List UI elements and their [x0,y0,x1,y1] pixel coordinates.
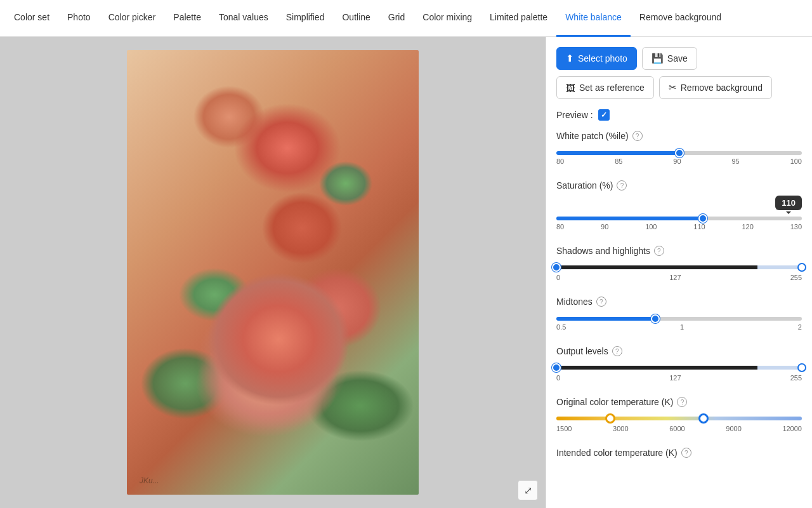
remove-background-button[interactable]: ✂ Remove background [659,76,772,99]
shadows-label: Shadows and highlights ? [556,246,802,256]
saturation-section: Saturation (%) ? 110 80 90 100 110 120 1… [556,180,802,233]
orig-temp-section: Original color temperature (K) ? 1500 30… [556,397,802,435]
preview-row: Preview : [556,109,802,121]
preview-checkbox[interactable] [598,109,610,121]
midtones-help-icon[interactable]: ? [596,297,606,307]
shadows-help-icon[interactable]: ? [654,246,664,256]
nav-item-limited-palette[interactable]: Limited palette [481,0,556,37]
nav-item-remove-background[interactable]: Remove background [631,0,730,37]
action-row-1: ⬆ Select photo 💾 Save [556,47,802,70]
nav-item-color-picker[interactable]: Color picker [100,0,165,37]
shadows-right-thumb[interactable] [797,263,806,272]
nav-bar: Color setPhotoColor pickerPaletteTonal v… [0,0,812,37]
saturation-labels: 80 90 100 110 120 130 [556,223,802,231]
main-area: ArtistAssistApp.com ⤢ ⬆ Select photo 💾 S… [0,37,812,508]
midtones-slider-container: 0.5 1 2 [556,312,802,331]
white-patch-slider[interactable] [556,151,802,155]
nav-item-outline[interactable]: Outline [333,0,379,37]
nav-item-white-balance[interactable]: White balance [556,0,631,37]
nav-item-tonal-values[interactable]: Tonal values [210,0,277,37]
canvas-area: ArtistAssistApp.com ⤢ [0,37,546,508]
image-icon: 🖼 [566,83,575,93]
shadows-slider-container: 0 127 255 [556,261,802,281]
intended-temp-label: Intended color temperature (K) ? [556,448,802,458]
saturation-tooltip: 110 [775,196,802,210]
saturation-label: Saturation (%) ? [556,180,802,190]
saturation-slider[interactable] [556,217,802,220]
nav-item-palette[interactable]: Palette [164,0,210,37]
orig-temp-label: Original color temperature (K) ? [556,397,802,407]
output-left-thumb[interactable] [552,363,561,372]
save-icon: 💾 [652,53,664,64]
midtones-slider[interactable] [556,317,802,321]
white-patch-help-icon[interactable]: ? [632,131,643,141]
nav-item-grid[interactable]: Grid [379,0,414,37]
orig-temp-track [556,417,802,420]
nav-item-color-mixing[interactable]: Color mixing [414,0,481,37]
nav-item-color-set[interactable]: Color set [5,0,58,37]
shadows-track [556,265,802,269]
shadows-section: Shadows and highlights ? 0 127 255 [556,246,802,284]
upload-icon: ⬆ [566,53,574,64]
white-patch-label: White patch (%ile) ? [556,131,802,141]
white-patch-slider-container: 80 85 90 95 100 [556,146,802,165]
shadows-labels: 0 127 255 [556,274,802,281]
save-button[interactable]: 💾 Save [642,47,697,70]
orig-temp-labels: 1500 3000 6000 9000 12000 [556,425,802,432]
nav-item-photo[interactable]: Photo [58,0,100,37]
midtones-section: Midtones ? 0.5 1 2 [556,297,802,333]
output-track [556,366,802,370]
orig-temp-slider-container: 1500 3000 6000 9000 12000 [556,412,802,432]
nav-item-simplified[interactable]: Simplified [277,0,334,37]
select-photo-button[interactable]: ⬆ Select photo [556,47,637,70]
intended-temp-help-icon[interactable]: ? [681,448,691,458]
intended-temp-section: Intended color temperature (K) ? [556,448,802,463]
output-levels-label: Output levels ? [556,346,802,356]
saturation-tooltip-wrapper: 110 [556,196,802,210]
action-row-2: 🖼 Set as reference ✂ Remove background [556,76,802,99]
set-as-reference-button[interactable]: 🖼 Set as reference [556,76,654,99]
output-levels-slider-container: 0 127 255 [556,361,802,382]
output-levels-help-icon[interactable]: ? [612,346,622,356]
painting [127,50,419,495]
saturation-help-icon[interactable]: ? [617,180,627,190]
expand-button[interactable]: ⤢ [518,480,538,500]
orig-temp-help-icon[interactable]: ? [677,397,687,407]
white-patch-labels: 80 85 90 95 100 [556,157,802,165]
output-levels-section: Output levels ? 0 127 255 [556,346,802,384]
orig-temp-left-thumb[interactable] [606,414,615,423]
white-patch-section: White patch (%ile) ? 80 85 90 95 100 [556,131,802,168]
side-panel: ⬆ Select photo 💾 Save 🖼 Set as reference… [546,37,812,508]
output-labels: 0 127 255 [556,374,802,382]
saturation-slider-container: 80 90 100 110 120 130 [556,211,802,231]
midtones-label: Midtones ? [556,297,802,307]
preview-label: Preview : [556,110,593,120]
orig-temp-right-thumb[interactable] [699,414,708,423]
shadows-left-thumb[interactable] [552,263,561,272]
scissors-icon: ✂ [669,82,677,93]
midtones-labels: 0.5 1 2 [556,323,802,331]
output-right-thumb[interactable] [797,363,806,372]
